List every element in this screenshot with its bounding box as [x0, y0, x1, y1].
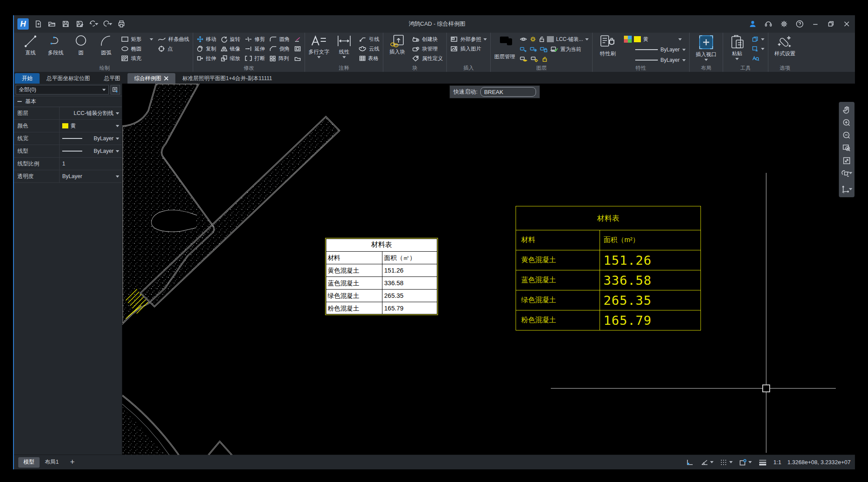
layer-thaw-sun-icon[interactable] — [530, 36, 536, 42]
external-reference-button[interactable]: 外部参照 — [450, 35, 487, 44]
tab-start[interactable]: 开始 — [15, 73, 40, 84]
block-manager-button[interactable]: 块管理 — [412, 44, 443, 53]
revision-cloud-button[interactable]: 云线 — [359, 44, 379, 53]
ortho-toggle[interactable] — [686, 458, 694, 466]
insert-viewport-button[interactable]: 插入视口 — [693, 34, 719, 61]
copy-clip-button[interactable] — [752, 35, 764, 44]
chevron-down-icon[interactable] — [116, 138, 119, 140]
insert-image-button[interactable]: 插入图片 — [450, 44, 487, 53]
chevron-down-icon[interactable] — [342, 56, 346, 58]
minimize-button[interactable] — [811, 19, 820, 29]
object-snap-toggle[interactable] — [739, 458, 752, 466]
tab-drawing-current[interactable]: 综合样例图 — [127, 73, 176, 84]
chevron-down-icon[interactable] — [761, 48, 764, 50]
save-as-button[interactable] — [75, 19, 84, 29]
object-color-control[interactable]: 黄 — [624, 35, 686, 44]
undo-button[interactable] — [89, 19, 98, 29]
rotate-button[interactable]: 旋转 — [221, 35, 240, 44]
support-headset-button[interactable] — [764, 19, 773, 29]
open-file-button[interactable] — [47, 19, 57, 29]
polar-tracking-toggle[interactable] — [700, 458, 714, 466]
chevron-down-icon[interactable] — [317, 56, 321, 58]
layout1-tab[interactable]: 布局1 — [40, 457, 64, 468]
chevron-down-icon[interactable] — [682, 59, 686, 61]
new-layout-button[interactable]: + — [64, 458, 81, 467]
layer-off-icon[interactable] — [519, 46, 527, 52]
layer-on-eye-icon[interactable] — [519, 36, 527, 42]
stretch-button[interactable]: 拉伸 — [197, 54, 216, 63]
linetype-value-dropdown[interactable]: ByLayer — [59, 145, 122, 157]
find-replace-button[interactable] — [752, 54, 764, 63]
zoom-in-button[interactable] — [841, 117, 852, 128]
layer-manager-icon[interactable] — [496, 35, 514, 52]
chevron-down-icon[interactable] — [678, 38, 682, 40]
close-button[interactable] — [842, 19, 851, 29]
point-tool-button[interactable]: 点 — [158, 44, 189, 53]
transparency-value-dropdown[interactable]: ByLayer — [59, 170, 122, 182]
chevron-down-icon[interactable] — [102, 89, 106, 91]
erase-button[interactable] — [294, 35, 301, 44]
new-file-button[interactable] — [33, 19, 43, 29]
settings-gear-button[interactable] — [779, 19, 789, 29]
lineweight-display-toggle[interactable] — [758, 458, 767, 466]
break-button[interactable]: 打断 — [245, 54, 265, 63]
mtext-button[interactable]: 多行文字 — [308, 34, 329, 58]
linetype-control[interactable]: ByLayer — [624, 56, 686, 64]
chevron-down-icon[interactable] — [95, 23, 98, 25]
hatch-tool-button[interactable]: 填充 — [121, 54, 153, 63]
ellipse-tool-button[interactable]: 椭圆 — [121, 44, 153, 53]
chevron-down-icon[interactable] — [735, 58, 739, 60]
redo-button[interactable] — [103, 19, 112, 29]
ltscale-value-field[interactable]: 1 — [59, 158, 122, 170]
layer-manager-label[interactable]: 图层管理 — [494, 53, 515, 61]
array-button[interactable]: 阵列 — [269, 54, 290, 63]
table-button[interactable]: 表格 — [359, 54, 379, 63]
model-space-tab[interactable]: 模型 — [18, 457, 40, 468]
grid-snap-toggle[interactable] — [720, 458, 733, 466]
layer-iso-sun-icon[interactable] — [530, 56, 539, 62]
chevron-down-icon[interactable] — [150, 38, 153, 40]
lineweight-control[interactable]: ByLayer — [624, 45, 686, 54]
drawing-canvas[interactable]: 快速启动: 材料表 材料 面积（㎡） 黄色混凝土151.26 蓝色混凝土336.… — [122, 84, 855, 455]
close-icon[interactable] — [164, 76, 168, 81]
orbit-button[interactable] — [841, 168, 852, 179]
chevron-down-icon[interactable] — [682, 49, 686, 51]
set-current-layer-label[interactable]: 置为当前 — [560, 46, 581, 53]
leader-button[interactable]: 引线 — [359, 35, 379, 44]
create-block-button[interactable]: 创建块 — [412, 35, 443, 44]
quick-launch-input[interactable] — [480, 87, 536, 97]
rectangle-tool-button[interactable]: 矩形 — [121, 35, 153, 44]
chevron-down-icon[interactable] — [748, 461, 752, 463]
circle-tool-button[interactable]: 圆 — [70, 34, 91, 57]
restore-button[interactable] — [826, 19, 836, 29]
tab-drawing-3[interactable]: 标准层照明平面图1+4合并-副本11111 — [175, 73, 279, 84]
chevron-down-icon[interactable] — [109, 23, 112, 25]
quick-select-button[interactable] — [111, 85, 120, 94]
chevron-down-icon[interactable] — [585, 38, 589, 40]
save-button[interactable] — [61, 19, 70, 29]
copy-button[interactable]: 复制 — [197, 44, 216, 53]
offset-button[interactable] — [294, 44, 301, 53]
attribute-define-button[interactable]: 属性定义 — [412, 54, 443, 63]
extend-button[interactable]: 延伸 — [245, 44, 265, 53]
material-table-white[interactable]: 材料表 材料 面积（㎡） 黄色混凝土151.26 蓝色混凝土336.58 绿色混… — [325, 238, 438, 315]
chevron-down-icon[interactable] — [849, 188, 852, 190]
set-current-layer-icon[interactable] — [550, 46, 558, 52]
fillet-button[interactable]: 圆角 — [269, 35, 290, 44]
match-properties-button[interactable]: 特性刷 — [596, 34, 620, 57]
chevron-down-icon[interactable] — [704, 59, 708, 61]
chamfer-button[interactable]: 倒角 — [269, 44, 290, 53]
layer-unlock-all-icon[interactable] — [541, 56, 549, 62]
explode-button[interactable] — [294, 54, 301, 63]
mirror-button[interactable]: 镜像 — [221, 44, 240, 53]
lineweight-value-dropdown[interactable]: ByLayer — [59, 132, 122, 145]
chevron-down-icon[interactable] — [116, 150, 119, 152]
spline-tool-button[interactable]: 样条曲线 — [158, 35, 189, 44]
linear-dimension-button[interactable]: 线性 — [334, 34, 355, 58]
selection-filter-combo[interactable]: 全部(0) — [16, 85, 109, 94]
help-button[interactable] — [795, 19, 804, 29]
chevron-down-icon[interactable] — [116, 175, 119, 178]
scale-button[interactable]: 缩放 — [221, 54, 240, 63]
chevron-down-icon[interactable] — [710, 461, 714, 463]
chevron-down-icon[interactable] — [729, 461, 733, 463]
